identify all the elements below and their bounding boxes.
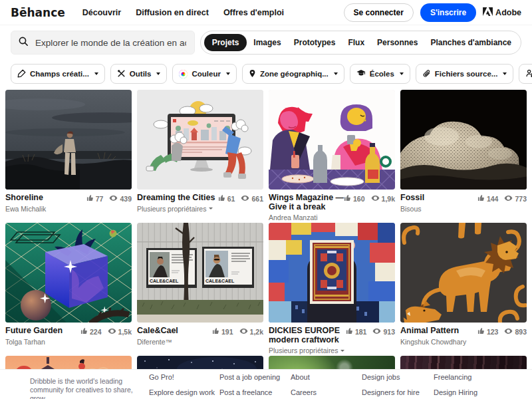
views-stat: 439 xyxy=(109,195,132,203)
eye-icon xyxy=(109,195,118,203)
footer-link-design-hiring[interactable]: Design Hiring xyxy=(434,388,477,397)
footer-link-post-freelance[interactable]: Post a freelance xyxy=(219,388,280,397)
project-info: Future Garden Tolga Tarhan 224 1,5k xyxy=(5,323,132,356)
views-stat: 893 xyxy=(504,328,527,336)
chevron-down-icon xyxy=(156,72,160,75)
project-info: Wings Magazine — Give it a break Andrea … xyxy=(269,190,395,223)
likes-stat: 191 xyxy=(212,327,233,336)
project-card: Shoreline Ewa Michalik 77 439 xyxy=(5,90,132,223)
project-cover-calecael[interactable]: CALE&CAEL CALE&CAEL xyxy=(137,223,263,323)
tab-moodboards[interactable]: Planches d'ambiance xyxy=(424,34,517,51)
eye-icon xyxy=(372,328,381,336)
views-stat: 1,2k xyxy=(239,328,263,336)
project-owner[interactable]: Plusieurs propriétaires xyxy=(269,346,395,354)
paperclip-icon xyxy=(422,69,431,79)
billboard-brand-text: CALE&CAEL xyxy=(205,279,235,283)
search-icon xyxy=(18,36,29,49)
footer-link-explore-design-work[interactable]: Explore design work xyxy=(149,388,215,397)
footer-column: Post a job opening Post a freelance xyxy=(219,373,280,399)
footer-link-post-job[interactable]: Post a job opening xyxy=(219,373,280,382)
filter-location[interactable]: Zone géographiq... xyxy=(242,64,344,84)
project-owner[interactable]: Kingshuk Chowdhary xyxy=(400,338,527,346)
filter-tools[interactable]: Outils xyxy=(110,64,168,84)
search-input[interactable] xyxy=(34,37,188,49)
project-cover-shoreline[interactable] xyxy=(5,90,132,190)
likes-stat: 160 xyxy=(344,194,365,203)
footer-column: Go Pro! Explore design work xyxy=(149,373,215,399)
footer-link-freelancing[interactable]: Freelancing xyxy=(434,373,477,382)
views-stat: 1,5k xyxy=(108,328,132,336)
footer-link-careers[interactable]: Careers xyxy=(291,388,317,397)
project-owner[interactable]: Tolga Tarhan xyxy=(5,338,132,346)
filter-creative-fields[interactable]: Champs créati... xyxy=(11,64,105,84)
project-owner[interactable]: Ewa Michalik xyxy=(5,205,132,213)
nav-livestream[interactable]: Diffusion en direct xyxy=(136,8,209,17)
filter-bar: Champs créati... Outils Couleur Zone géo… xyxy=(0,60,532,84)
thumbs-up-icon xyxy=(477,327,485,336)
filter-source-files[interactable]: Fichiers source... xyxy=(416,64,514,84)
nav-discover[interactable]: Découvrir xyxy=(82,8,121,17)
eye-icon xyxy=(371,195,380,203)
chevron-down-icon xyxy=(400,72,404,75)
billboard-brand-text: CALE&CAEL xyxy=(150,279,179,283)
project-info: DICKIES EUROPE modern craftwork Plusieur… xyxy=(269,323,395,356)
adobe-icon xyxy=(483,7,493,18)
project-cover-dickies-europe[interactable] xyxy=(269,223,395,323)
filter-color[interactable]: Couleur xyxy=(172,64,236,84)
project-cover-future-garden[interactable] xyxy=(5,223,132,323)
nav-jobs[interactable]: Offres d'emploi xyxy=(223,8,284,17)
footer-link-designers-for-hire[interactable]: Designers for hire xyxy=(362,388,420,397)
project-owner[interactable]: Andrea Manzati xyxy=(269,213,395,221)
chevron-down-icon xyxy=(503,72,507,75)
tab-flux[interactable]: Flux xyxy=(342,34,370,51)
behance-logo[interactable]: Bēhance xyxy=(11,6,65,19)
project-info: Cale&Cael Diferente™ 191 1,2k xyxy=(137,323,263,356)
footer-link-go-pro[interactable]: Go Pro! xyxy=(149,373,215,382)
signup-button[interactable]: S'inscrire xyxy=(420,3,476,22)
project-stats: 123 893 xyxy=(477,327,527,336)
project-cover-wings-magazine[interactable] xyxy=(269,90,395,190)
filter-schools[interactable]: Écoles xyxy=(350,64,410,84)
color-wheel-icon xyxy=(179,70,188,78)
project-stats: 77 439 xyxy=(86,194,132,203)
project-stats: 181 913 xyxy=(346,327,395,336)
thumbs-up-icon xyxy=(212,327,219,336)
filter-subscriptions[interactable]: Abonnements xyxy=(519,64,532,84)
top-nav: Bēhance Découvrir Diffusion en direct Of… xyxy=(0,0,532,25)
login-button[interactable]: Se connecter xyxy=(344,3,414,22)
project-card: Animal Pattern Kingshuk Chowdhary 123 89… xyxy=(400,223,527,356)
project-cover-animal-pattern[interactable] xyxy=(400,223,527,323)
project-owner[interactable]: Plusieurs propriétaires xyxy=(137,205,263,213)
likes-stat: 123 xyxy=(477,327,499,336)
search-input-wrapper[interactable] xyxy=(11,31,195,55)
project-card: Fossil Bisous 144 773 xyxy=(400,90,527,223)
project-card: DICKIES EUROPE modern craftwork Plusieur… xyxy=(269,223,395,356)
project-owner[interactable]: Diferente™ xyxy=(137,338,263,346)
page-footer: Dribbble is the world's leading communit… xyxy=(0,369,532,399)
adobe-label: Adobe xyxy=(495,8,521,17)
project-card: Dreaming the Cities Plusieurs propriétai… xyxy=(137,90,263,223)
project-cover-fossil[interactable] xyxy=(400,90,527,190)
project-card: CALE&CAEL CALE&CAEL Cale&Ca xyxy=(137,223,263,356)
main-nav: Découvrir Diffusion en direct Offres d'e… xyxy=(82,8,284,17)
project-card: Wings Magazine — Give it a break Andrea … xyxy=(269,90,395,223)
behance-search-page: Bēhance Découvrir Diffusion en direct Of… xyxy=(0,0,532,399)
project-info: Animal Pattern Kingshuk Chowdhary 123 89… xyxy=(400,323,527,356)
adobe-logo[interactable]: Adobe xyxy=(483,7,521,18)
footer-link-about[interactable]: About xyxy=(291,373,317,382)
project-cover-dreaming-the-cities[interactable] xyxy=(137,90,263,190)
project-owner[interactable]: Bisous xyxy=(400,205,527,213)
chevron-down-icon xyxy=(209,207,213,209)
eye-icon xyxy=(241,195,249,203)
project-stats: 160 1,9k xyxy=(344,194,395,203)
thumbs-up-icon xyxy=(346,327,353,336)
chevron-down-icon xyxy=(226,72,230,75)
eye-icon xyxy=(108,328,116,336)
thumbs-up-icon xyxy=(218,194,225,203)
footer-link-design-jobs[interactable]: Design jobs xyxy=(362,373,420,382)
tab-images[interactable]: Images xyxy=(247,34,287,51)
project-stats: 191 1,2k xyxy=(212,327,263,336)
tab-prototypes[interactable]: Prototypes xyxy=(288,34,342,51)
tab-projets[interactable]: Projets xyxy=(204,34,247,51)
tab-personnes[interactable]: Personnes xyxy=(371,34,424,51)
